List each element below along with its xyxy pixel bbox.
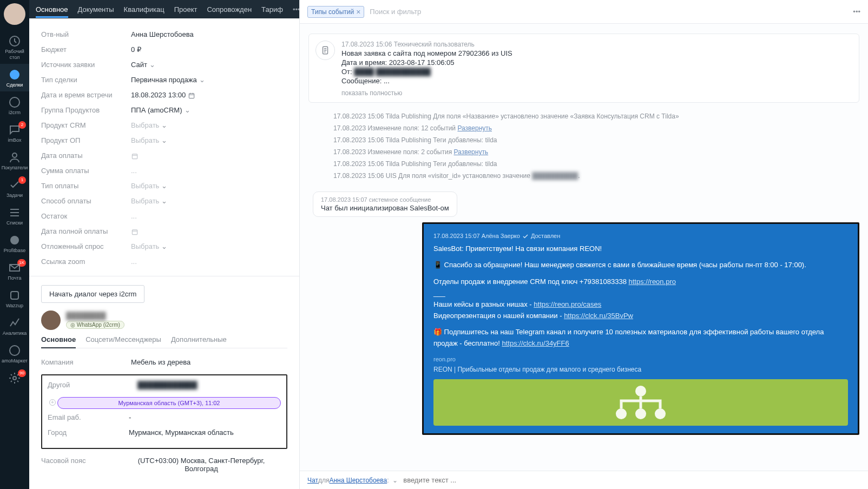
link[interactable]: https://reon.pro	[629, 277, 676, 286]
i2crm-dialog-button[interactable]: Начать диалог через i2crm	[41, 285, 144, 303]
tab-qual[interactable]: Квалификац	[124, 1, 165, 18]
contact-avatar[interactable]	[41, 310, 61, 330]
card-line: От: ████ ███████████	[341, 68, 851, 76]
field-value-product-group[interactable]: ППА (amoCRM)⌄	[131, 106, 190, 114]
highlight-chat: 17.08.2023 15:07 Алёна Заерко Доставлен …	[422, 222, 859, 435]
rail-settings[interactable]: 90	[0, 367, 29, 389]
field-value-fullpay[interactable]	[131, 227, 139, 236]
log-entry: 17.08.2023 15:06 Tilda Publishing Теги д…	[308, 134, 859, 146]
link[interactable]: https://clck.ru/35BvPw	[564, 312, 633, 320]
field-value-zoom[interactable]: ...	[131, 257, 137, 266]
deal-panel: Основное Документы Квалификац Проект Соп…	[29, 0, 300, 489]
field-value-product-op[interactable]: Выбрать⌄	[131, 136, 167, 144]
field-value-meeting[interactable]: 18.08.2023 13:00	[131, 91, 195, 100]
chat-icon	[8, 123, 21, 136]
close-icon[interactable]: ×	[356, 8, 360, 16]
field-value-city[interactable]: Мурманск, Мурманская область	[129, 428, 234, 437]
feed-panel: Типы событий× Поиск и фильтр ••• 17.08.2…	[300, 0, 868, 489]
field-value-budget[interactable]: 0 ₽	[131, 45, 141, 54]
rail-tasks[interactable]: 1Задачи	[0, 174, 29, 202]
rail-buyers[interactable]: Покупатели	[0, 147, 29, 174]
chevron-down-icon: ⌄	[149, 61, 155, 69]
field-value-company[interactable]: Мебель из дерева	[131, 358, 190, 366]
bubble-text: Чат был инициализирован SalesBot-ом	[321, 204, 449, 212]
chat-line: Наши кейсы в разных нишах - https://reon…	[433, 299, 848, 310]
calendar-icon	[131, 228, 139, 236]
plus-icon[interactable]: +	[49, 399, 56, 406]
chat-tab[interactable]: Чат	[307, 477, 318, 484]
field-label: Другой	[48, 381, 137, 389]
rail-lists[interactable]: Списки	[0, 202, 29, 229]
tabs-more[interactable]: •••	[293, 5, 300, 14]
tab-project[interactable]: Проект	[174, 1, 198, 18]
field-value-product-crm[interactable]: Выбрать⌄	[131, 121, 167, 129]
field-value-paydate[interactable]	[131, 151, 139, 160]
field-value-paysum[interactable]: ...	[131, 167, 137, 175]
rail-desktop[interactable]: Рабочий стол	[0, 30, 29, 64]
feed-card: 17.08.2023 15:06 Технический пользовател…	[308, 34, 859, 103]
field-value-dealtype[interactable]: Первичная продажа⌄	[131, 76, 205, 84]
tab-main[interactable]: Основное	[36, 1, 68, 18]
link[interactable]: https://reon.pro/cases	[534, 300, 601, 308]
region-chip[interactable]: +Мурманская область (GMT+3), 11:02	[57, 397, 281, 409]
i2crm-icon	[8, 96, 21, 109]
log-entry: 17.08.2023 Изменение поля: 12 событий Ра…	[308, 122, 859, 134]
rail-amomarket[interactable]: amoМаркет	[0, 340, 29, 367]
chevron-down-icon: ⌄	[199, 76, 205, 84]
subtab-main[interactable]: Основное	[41, 335, 76, 348]
field-value-paytype[interactable]: Выбрать⌄	[131, 182, 167, 190]
foot-text: для	[318, 477, 330, 484]
user-avatar[interactable]	[4, 3, 25, 25]
market-icon	[8, 344, 21, 357]
field-value-other[interactable]: ████████████	[137, 381, 198, 389]
filter-tag[interactable]: Типы событий×	[307, 6, 364, 18]
deal-tabs: Основное Документы Квалификац Проект Соп…	[29, 0, 299, 18]
field-label: Тип сделки	[41, 76, 131, 84]
field-value-defer[interactable]: Выбрать⌄	[131, 242, 167, 250]
clock-icon	[8, 35, 21, 48]
feed-menu[interactable]: •••	[853, 8, 860, 16]
link[interactable]: https://clck.ru/34yFF6	[502, 339, 569, 347]
field-label: Тип оплаты	[41, 182, 131, 190]
field-value-paymode[interactable]: Выбрать⌄	[131, 197, 167, 205]
field-value-rest[interactable]: ...	[131, 212, 137, 220]
field-value-source[interactable]: Сайт⌄	[131, 61, 155, 69]
subtab-extra[interactable]: Дополнительные	[171, 335, 227, 348]
card-line: Новая заявка с сайта под номером 2790236…	[341, 49, 851, 57]
log-entry: 17.08.2023 15:06 Tilda Publishing Теги д…	[308, 158, 859, 170]
chevron-down-icon: ⌄	[161, 197, 167, 205]
rail-analytics[interactable]: Аналитика	[0, 312, 29, 340]
contact-subtabs: Основное Соцсети/Мессенджеры Дополнитель…	[41, 335, 287, 348]
log-entry: 17.08.2023 15:06 UIS Для поля «visitor_i…	[308, 170, 859, 182]
card-line: Дата и время: 2023-08-17 15:06:05	[341, 58, 851, 67]
rail-wazzup[interactable]: Wazzup	[0, 285, 29, 312]
rail-profitbase[interactable]: Profitbase	[0, 229, 29, 257]
expand-link[interactable]: Развернуть	[457, 124, 492, 132]
field-label: Отложенный спрос	[41, 242, 131, 250]
tab-tariff[interactable]: Тариф	[261, 1, 283, 18]
whatsapp-badge[interactable]: ◎ WhatsApp (i2crm)	[66, 321, 124, 329]
link-preview[interactable]	[433, 379, 848, 426]
gear-icon	[8, 372, 21, 385]
tab-docs[interactable]: Документы	[78, 1, 114, 18]
message-input[interactable]	[403, 476, 576, 484]
expand-link[interactable]: Развернуть	[454, 148, 489, 156]
rail-i2crm[interactable]: i2crm	[0, 91, 29, 119]
subtab-social[interactable]: Соцсети/Мессенджеры	[86, 335, 161, 348]
foot-user[interactable]: Анна Шерстобоева	[329, 477, 387, 484]
field-value-tz[interactable]: (UTC+03:00) Москва, Санкт-Петербург, Вол…	[131, 457, 272, 473]
show-more-link[interactable]: показать полностью	[341, 89, 851, 97]
field-label: Источник заявки	[41, 61, 131, 69]
deal-fields: Отв-ныйАнна Шерстобоева Бюджет0 ₽ Источн…	[29, 18, 299, 489]
wz-icon	[8, 289, 21, 302]
field-value-responsible[interactable]: Анна Шерстобоева	[131, 30, 194, 38]
rail-imbox[interactable]: 2imBox	[0, 119, 29, 147]
chevron-down-icon: ⌄	[185, 106, 190, 114]
chat-line: Отделы продаж и внедрение CRM под ключ +…	[433, 276, 848, 288]
field-label: Дата оплаты	[41, 151, 131, 160]
feed-search[interactable]: Поиск и фильтр	[370, 8, 421, 16]
rail-mail[interactable]: 1KПочта	[0, 257, 29, 285]
tab-support[interactable]: Сопровожден	[207, 1, 252, 18]
rail-deals[interactable]: Сделки	[0, 64, 29, 91]
field-value-email[interactable]: -	[129, 413, 131, 421]
